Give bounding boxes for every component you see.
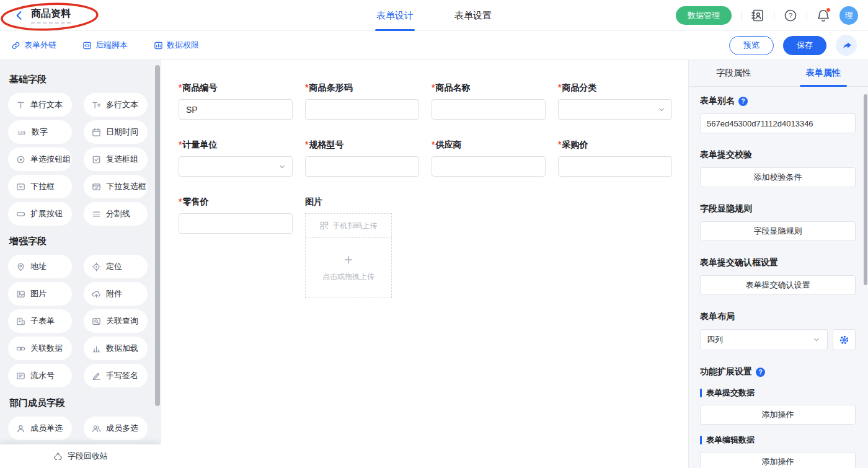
sidebar-item-dropdown-multi[interactable]: 下拉复选框 — [84, 175, 148, 198]
field-label: 零售价 — [182, 196, 208, 208]
scan-upload-button[interactable]: 手机扫码上传 — [306, 214, 391, 238]
tab-form-settings[interactable]: 表单设置 — [454, 0, 492, 31]
sidebar-item-dropdown[interactable]: 下拉框 — [8, 175, 72, 198]
sidebar-item-radio-group[interactable]: 单选按钮组 — [8, 148, 72, 171]
field-spec-model[interactable]: *规格型号 — [305, 139, 419, 177]
field-visibility-section: 字段显隐规则 字段显隐规则 — [700, 203, 856, 241]
field-palette-sidebar: 基础字段 单行文本 多行文本 123 数字 日期时间 — [0, 60, 161, 468]
share-button[interactable] — [836, 35, 857, 56]
app-body: 基础字段 单行文本 多行文本 123 数字 日期时间 — [0, 60, 868, 468]
spec-model-input[interactable] — [305, 156, 419, 177]
sidebar-item-image[interactable]: 图片 — [8, 282, 72, 306]
drop-upload-area[interactable]: + 点击或拖拽上传 — [306, 238, 391, 298]
sidebar-item-datetime[interactable]: 日期时间 — [84, 120, 148, 144]
form-alias-input[interactable] — [700, 113, 856, 133]
form-external-link[interactable]: 表单外链 — [11, 40, 56, 51]
sidebar-item-data-load[interactable]: 数据加载 — [84, 337, 148, 360]
barcode-input[interactable] — [305, 99, 419, 120]
add-validation-button[interactable]: 添加校验条件 — [700, 167, 856, 187]
sidebar-item-extend-button[interactable]: 扩展按钮 — [8, 202, 72, 226]
product-code-input[interactable] — [179, 99, 293, 120]
tab-form-properties[interactable]: 表单属性 — [779, 60, 868, 86]
sidebar-item-signature[interactable]: 手写签名 — [84, 364, 148, 387]
field-retail-price[interactable]: *零售价 — [179, 196, 293, 234]
sidebar-item-member-multi[interactable]: 成员多选 — [84, 417, 148, 440]
tab-form-design[interactable]: 表单设计 — [376, 0, 414, 31]
layout-select[interactable]: 四列 — [700, 329, 828, 350]
back-button[interactable] — [14, 10, 25, 21]
required-mark: * — [432, 139, 435, 149]
retail-price-input[interactable] — [179, 213, 293, 234]
field-visibility-button[interactable]: 字段显隐规则 — [700, 221, 856, 241]
help-icon[interactable]: ? — [756, 368, 765, 377]
tab-field-properties[interactable]: 字段属性 — [689, 60, 779, 86]
required-mark: * — [179, 82, 182, 92]
supplier-input[interactable] — [432, 156, 546, 177]
extend-button-icon — [16, 210, 25, 219]
field-product-code[interactable]: *商品编号 — [179, 82, 293, 120]
bell-icon[interactable] — [817, 9, 830, 22]
attachment-icon — [92, 289, 101, 299]
contacts-icon[interactable] — [751, 9, 764, 22]
save-button[interactable]: 保存 — [783, 36, 826, 55]
field-barcode[interactable]: *商品条形码 — [305, 82, 419, 120]
data-permission-link[interactable]: 数据权限 — [154, 40, 199, 51]
help-icon[interactable]: ? — [738, 97, 748, 106]
field-supplier[interactable]: *供应商 — [432, 139, 546, 177]
backend-script-link[interactable]: 后端脚本 — [82, 40, 128, 51]
required-mark: * — [558, 82, 561, 92]
sidebar-item-linked-query[interactable]: 关联查询 — [84, 309, 148, 333]
field-image[interactable]: 图片 手机扫码上传 + 点击或拖拽上传 — [305, 196, 419, 298]
field-label: 计量单位 — [182, 139, 217, 151]
sidebar-item-member-single[interactable]: 成员单选 — [8, 417, 72, 440]
field-product-category[interactable]: *商品分类 — [558, 82, 672, 120]
sidebar-item-divider-line[interactable]: 分割线 — [84, 202, 148, 226]
form-grid: *商品编号 *商品条形码 *商品名称 *商品分类 *计量单位 — [179, 82, 673, 298]
sidebar-item-multi-line-text[interactable]: 多行文本 — [84, 93, 148, 117]
edit-data-add-action-button[interactable]: 添加操作 — [700, 452, 856, 468]
linked-query-icon — [92, 317, 101, 326]
product-category-select[interactable] — [558, 99, 672, 120]
submit-confirm-button[interactable]: 表单提交确认设置 — [700, 275, 856, 295]
location-icon — [92, 262, 101, 272]
sidebar-scrollbar[interactable] — [155, 65, 160, 406]
basic-fields-grid: 单行文本 多行文本 123 数字 日期时间 单选按钮组 — [8, 93, 148, 226]
sidebar-item-linked-data[interactable]: 关联数据 — [8, 337, 72, 360]
back-icon — [14, 10, 25, 21]
chevron-down-icon — [657, 105, 666, 114]
required-mark: * — [305, 82, 308, 92]
field-label: 图片 — [305, 196, 322, 208]
purchase-price-input[interactable] — [558, 156, 672, 177]
checkbox-group-icon — [92, 155, 101, 164]
submit-data-add-action-button[interactable]: 添加操作 — [700, 405, 856, 425]
chevron-down-icon — [278, 162, 286, 171]
field-recycle-bin[interactable]: 字段回收站 — [0, 444, 161, 468]
sidebar-item-subform[interactable]: 子表单 — [8, 309, 72, 333]
field-unit[interactable]: *计量单位 — [179, 139, 293, 177]
avatar[interactable]: 理 — [839, 6, 858, 25]
layout-settings-button[interactable] — [833, 329, 856, 350]
sidebar-item-attachment[interactable]: 附件 — [84, 282, 148, 306]
form-alias-heading: 表单别名 ? — [700, 95, 856, 107]
preview-button[interactable]: 预览 — [729, 36, 774, 55]
sidebar-item-single-line-text[interactable]: 单行文本 — [8, 93, 72, 117]
sidebar-item-checkbox-group[interactable]: 复选框组 — [84, 148, 148, 171]
sidebar-item-serial-number[interactable]: 流水号 — [8, 364, 72, 387]
data-manage-button[interactable]: 数据管理 — [676, 6, 732, 25]
required-mark: * — [305, 139, 308, 149]
sidebar-item-address[interactable]: 地址 — [8, 255, 72, 278]
field-purchase-price[interactable]: *采购价 — [558, 139, 672, 177]
enhanced-fields-grid: 地址 定位 图片 附件 子表单 — [8, 255, 148, 387]
panel-scrollbar[interactable] — [864, 94, 867, 285]
unit-select[interactable] — [179, 156, 293, 177]
field-visibility-heading: 字段显隐规则 — [700, 203, 856, 214]
sidebar-item-number[interactable]: 123 数字 — [8, 120, 72, 144]
product-name-input[interactable] — [432, 99, 546, 120]
member-multi-icon — [92, 424, 101, 433]
field-label: 商品名称 — [435, 82, 470, 94]
field-label: 商品编号 — [182, 82, 217, 94]
sidebar-item-location[interactable]: 定位 — [84, 255, 148, 278]
help-icon[interactable]: ? — [784, 9, 797, 22]
field-product-name[interactable]: *商品名称 — [432, 82, 546, 120]
data-load-icon — [92, 344, 101, 353]
